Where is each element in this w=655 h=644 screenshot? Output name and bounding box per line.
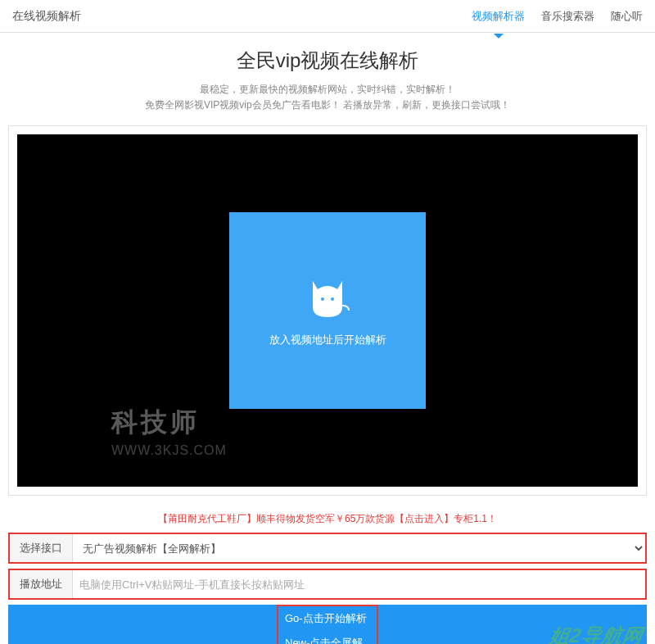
- nav-listen[interactable]: 随心听: [611, 1, 643, 32]
- center-button-group: Go-点击开始解析 New-点击全屏解析: [277, 605, 378, 644]
- header-nav: 视频解析器 音乐搜索器 随心听: [472, 1, 643, 32]
- nav-video-parser[interactable]: 视频解析器: [472, 1, 525, 32]
- page-subtitle: 最稳定，更新最快的视频解析网站，实时纠错，实时解析！ 免费全网影视VIP视频vi…: [0, 82, 655, 113]
- form-section: 选择接口 无广告视频解析【全网解析】 播放地址: [0, 533, 655, 600]
- address-row: 播放地址: [8, 569, 647, 600]
- nav-music-search[interactable]: 音乐搜索器: [541, 1, 594, 32]
- subtitle-line2: 免费全网影视VIP视频vip会员免广告看电影！ 若播放异常，刷新，更换接口尝试哦…: [0, 98, 655, 113]
- interface-label: 选择接口: [10, 534, 73, 562]
- subtitle-line1: 最稳定，更新最快的视频解析网站，实时纠错，实时解析！: [0, 82, 655, 98]
- cat-icon: [303, 274, 352, 320]
- interface-row: 选择接口 无广告视频解析【全网解析】: [8, 533, 647, 564]
- go-button[interactable]: Go-点击开始解析: [278, 606, 377, 631]
- page-title: 全民vip视频在线解析: [0, 48, 655, 74]
- button-area: Go-点击开始解析 New-点击全屏解析 姐2导航网: [0, 605, 655, 644]
- address-input[interactable]: [73, 570, 645, 598]
- watermark-sub: WWW.3KJS.COM: [111, 443, 227, 458]
- video-player[interactable]: 放入视频地址后开始解析 科技师 WWW.3KJS.COM: [17, 134, 638, 487]
- header-title: 在线视频解析: [12, 9, 81, 24]
- svg-point-1: [331, 297, 334, 301]
- video-container: 放入视频地址后开始解析 科技师 WWW.3KJS.COM: [8, 125, 647, 496]
- address-label: 播放地址: [10, 570, 73, 598]
- new-button[interactable]: New-点击全屏解析: [278, 631, 377, 644]
- svg-point-0: [321, 297, 324, 301]
- interface-select[interactable]: 无广告视频解析【全网解析】: [73, 534, 645, 562]
- header: 在线视频解析 视频解析器 音乐搜索器 随心听: [0, 0, 655, 33]
- video-placeholder-text: 放入视频地址后开始解析: [269, 333, 386, 347]
- watermark-main: 科技师: [111, 405, 200, 441]
- video-placeholder: 放入视频地址后开始解析: [229, 212, 426, 409]
- ad-link[interactable]: 【莆田耐克代工鞋厂】顺丰得物发货空军￥65万款货源【点击进入】专柜1.1！: [0, 512, 655, 526]
